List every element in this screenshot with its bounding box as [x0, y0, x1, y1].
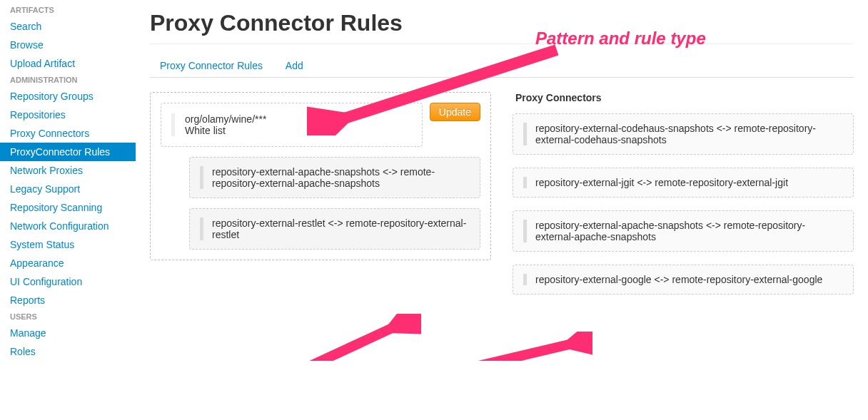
nav-item-manage[interactable]: Manage: [0, 324, 136, 342]
assigned-repo-text: repository-external-restlet <-> remote-r…: [212, 217, 470, 240]
drag-handle-icon: [523, 274, 527, 285]
nav-section-artifacts: ARTIFACTS: [0, 3, 136, 17]
nav-item-proxy-connectors[interactable]: Proxy Connectors: [0, 124, 136, 143]
tab-rules[interactable]: Proxy Connector Rules: [150, 54, 273, 77]
rule-panel: org/olamy/wine/*** White list Update rep…: [150, 92, 491, 260]
assigned-repo-item[interactable]: repository-external-restlet <-> remote-r…: [189, 208, 480, 250]
arrow-icon: [435, 332, 592, 361]
nav-section-users: USERS: [0, 309, 136, 324]
nav-item-repositories[interactable]: Repositories: [0, 106, 136, 124]
drag-handle-icon: [200, 166, 203, 189]
available-repo-item[interactable]: repository-external-codehaus-snapshots <…: [513, 113, 854, 155]
connectors-heading: Proxy Connectors: [513, 92, 854, 103]
available-repo-text: repository-external-codehaus-snapshots <…: [535, 123, 843, 145]
nav-item-proxyconnector-rules[interactable]: ProxyConnector Rules: [0, 143, 136, 161]
nav-item-repository-groups[interactable]: Repository Groups: [0, 87, 136, 106]
available-repo-text: repository-external-google <-> remote-re…: [535, 274, 843, 285]
update-button[interactable]: Update: [430, 103, 480, 121]
nav-item-search[interactable]: Search: [0, 17, 136, 36]
nav-item-legacy-support[interactable]: Legacy Support: [0, 180, 136, 198]
nav-item-reports[interactable]: Reports: [0, 291, 136, 309]
nav-item-browse[interactable]: Browse: [0, 36, 136, 54]
page-title: Proxy Connector Rules: [150, 0, 854, 44]
available-repo-item[interactable]: repository-external-jgit <-> remote-repo…: [513, 168, 854, 198]
nav-item-appearance[interactable]: Appearance: [0, 254, 136, 272]
nav-item-repository-scanning[interactable]: Repository Scanning: [0, 198, 136, 217]
drag-handle-icon: [200, 217, 203, 240]
nav-item-network-configuration[interactable]: Network Configuration: [0, 217, 136, 235]
drag-handle-icon: [523, 123, 527, 145]
svg-line-2: [443, 342, 578, 361]
rule-type: White list: [185, 125, 266, 136]
available-repo-text: repository-external-jgit <-> remote-repo…: [535, 177, 843, 188]
rule-pattern: org/olamy/wine/***: [185, 113, 266, 125]
arrow-icon: [278, 314, 421, 361]
assigned-repo-text: repository-external-apache-snapshots <->…: [212, 166, 470, 189]
nav-item-upload-artifact[interactable]: Upload Artifact: [0, 54, 136, 73]
rule-bar-icon: [171, 113, 175, 136]
available-repo-item[interactable]: repository-external-apache-snapshots <->…: [513, 210, 854, 252]
main-content: Proxy Connector Rules Proxy Connector Ru…: [136, 0, 868, 361]
nav-item-system-status[interactable]: System Status: [0, 235, 136, 254]
sidebar-nav: ARTIFACTS Search Browse Upload Artifact …: [0, 0, 136, 361]
rule-definition-box: org/olamy/wine/*** White list: [161, 103, 423, 147]
available-repo-item[interactable]: repository-external-google <-> remote-re…: [513, 265, 854, 294]
nav-item-ui-configuration[interactable]: UI Configuration: [0, 272, 136, 291]
nav-section-administration: ADMINISTRATION: [0, 73, 136, 87]
available-repo-text: repository-external-apache-snapshots <->…: [535, 220, 843, 242]
drag-handle-icon: [523, 177, 527, 188]
nav-item-network-proxies[interactable]: Network Proxies: [0, 161, 136, 180]
tab-add[interactable]: Add: [276, 54, 313, 77]
drag-handle-icon: [523, 220, 527, 242]
assigned-repo-item[interactable]: repository-external-apache-snapshots <->…: [189, 157, 480, 198]
nav-item-roles[interactable]: Roles: [0, 342, 136, 361]
tabs: Proxy Connector Rules Add: [150, 54, 854, 78]
svg-line-1: [300, 324, 400, 361]
